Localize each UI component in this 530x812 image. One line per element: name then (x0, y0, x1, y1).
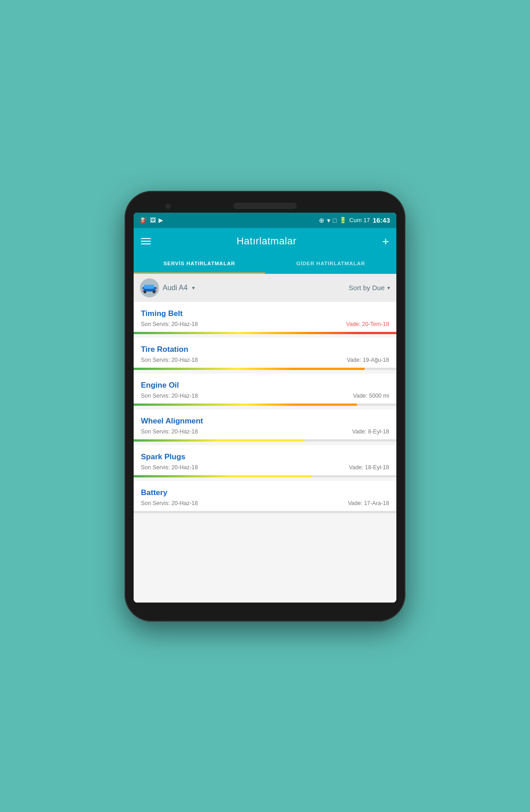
image-icon: 🖼 (150, 217, 156, 224)
sort-dropdown-arrow-icon: ▾ (387, 285, 390, 291)
service-item-name: Engine Oil (141, 381, 389, 390)
service-item-battery[interactable]: Battery Son Servis: 20-Haz-18 Vade: 17-A… (134, 481, 396, 513)
phone-camera (165, 204, 171, 209)
tab-gider[interactable]: GİDER HATIRLATMALAR (265, 254, 396, 274)
progress-bar (134, 475, 312, 477)
car-selector[interactable]: Audi A4 ▾ (140, 278, 195, 297)
service-item-meta: Son Servis: 20-Haz-18 Vade: 8-Eyl-18 (141, 428, 389, 435)
service-item-tire-rotation[interactable]: Tire Rotation Son Servis: 20-Haz-18 Vade… (134, 338, 396, 370)
due-value: Vade: 8-Eyl-18 (352, 428, 389, 435)
service-item-wheel-alignment[interactable]: Wheel Alignment Son Servis: 20-Haz-18 Va… (134, 409, 396, 442)
phone-frame: ⛽ 🖼 ▶ ⊕ ▾ □ 🔋 Cum 17 16:43 Hatırlatmalar… (125, 191, 405, 622)
wifi-icon: ▾ (327, 217, 330, 224)
car-avatar (140, 278, 159, 297)
tab-servis[interactable]: SERVİS HATIRLATMALAR (134, 254, 265, 274)
tabs-bar: SERVİS HATIRLATMALAR GİDER HATIRLATMALAR (134, 254, 396, 274)
status-day: Cum 17 (349, 217, 370, 224)
progress-bar-container (134, 511, 396, 513)
progress-bar (134, 439, 304, 442)
last-service-label: Son Servis: 20-Haz-18 (141, 357, 198, 363)
battery-icon: 🔋 (339, 217, 347, 224)
svg-rect-5 (141, 289, 144, 291)
service-item-meta: Son Servis: 20-Haz-18 Vade: 20-Tem-18 (141, 321, 389, 327)
app-title: Hatırlatmalar (236, 235, 296, 247)
due-value: Vade: 17-Ara-18 (348, 500, 389, 506)
status-bar: ⛽ 🖼 ▶ ⊕ ▾ □ 🔋 Cum 17 16:43 (134, 213, 396, 228)
svg-point-4 (153, 291, 155, 293)
car-dropdown-arrow-icon: ▾ (192, 285, 195, 291)
app-bar: Hatırlatmalar + (134, 228, 396, 254)
last-service-label: Son Servis: 20-Haz-18 (141, 500, 198, 506)
due-value: Vade: 19-Ağu-18 (347, 357, 389, 363)
svg-rect-6 (155, 289, 158, 291)
service-item-meta: Son Servis: 20-Haz-18 Vade: 5000 mi (141, 393, 389, 399)
progress-bar-container (134, 404, 396, 406)
service-item-name: Tire Rotation (141, 345, 389, 354)
svg-point-3 (144, 291, 146, 293)
add-button[interactable]: + (382, 235, 389, 247)
sort-label: Sort by Due (349, 284, 385, 292)
fuel-icon: ⛽ (140, 217, 147, 224)
progress-bar (134, 511, 212, 513)
service-list: Timing Belt Son Servis: 20-Haz-18 Vade: … (134, 302, 396, 603)
status-left-icons: ⛽ 🖼 ▶ (140, 217, 163, 224)
last-service-label: Son Servis: 20-Haz-18 (141, 428, 198, 435)
progress-bar (134, 368, 365, 370)
status-right-area: ⊕ ▾ □ 🔋 Cum 17 16:43 (319, 216, 390, 224)
youtube-icon: ▶ (159, 217, 163, 224)
service-item-engine-oil[interactable]: Engine Oil Son Servis: 20-Haz-18 Vade: 5… (134, 374, 396, 406)
progress-bar-container (134, 475, 396, 477)
service-item-name: Spark Plugs (141, 452, 389, 462)
phone-speaker (233, 203, 297, 209)
due-value: Vade: 20-Tem-18 (346, 321, 389, 327)
sim-icon: □ (333, 217, 337, 224)
hamburger-menu-button[interactable] (141, 238, 151, 244)
service-item-meta: Son Servis: 20-Haz-18 Vade: 18-Eyl-18 (141, 464, 389, 471)
service-item-timing-belt[interactable]: Timing Belt Son Servis: 20-Haz-18 Vade: … (134, 302, 396, 334)
last-service-label: Son Servis: 20-Haz-18 (141, 393, 198, 399)
progress-bar-container (134, 332, 396, 334)
service-item-name: Wheel Alignment (141, 417, 389, 426)
last-service-label: Son Servis: 20-Haz-18 (141, 464, 198, 471)
service-item-spark-plugs[interactable]: Spark Plugs Son Servis: 20-Haz-18 Vade: … (134, 445, 396, 477)
last-service-label: Son Servis: 20-Haz-18 (141, 321, 198, 327)
status-time: 16:43 (373, 216, 390, 224)
progress-bar (134, 404, 357, 406)
progress-bar-container (134, 439, 396, 442)
svg-rect-2 (144, 285, 154, 289)
due-value: Vade: 18-Eyl-18 (349, 464, 389, 471)
service-item-name: Battery (141, 488, 389, 497)
add-circle-icon: ⊕ (319, 217, 324, 224)
due-value: Vade: 5000 mi (353, 393, 389, 399)
progress-bar (134, 332, 396, 334)
progress-bar-container (134, 368, 396, 370)
service-item-meta: Son Servis: 20-Haz-18 Vade: 17-Ara-18 (141, 500, 389, 506)
filter-bar: Audi A4 ▾ Sort by Due ▾ (134, 274, 396, 302)
service-item-meta: Son Servis: 20-Haz-18 Vade: 19-Ağu-18 (141, 357, 389, 363)
car-name: Audi A4 (163, 284, 188, 292)
service-item-name: Timing Belt (141, 309, 389, 318)
phone-screen: ⛽ 🖼 ▶ ⊕ ▾ □ 🔋 Cum 17 16:43 Hatırlatmalar… (134, 213, 396, 603)
car-image-icon (141, 282, 158, 293)
sort-selector[interactable]: Sort by Due ▾ (349, 284, 390, 292)
